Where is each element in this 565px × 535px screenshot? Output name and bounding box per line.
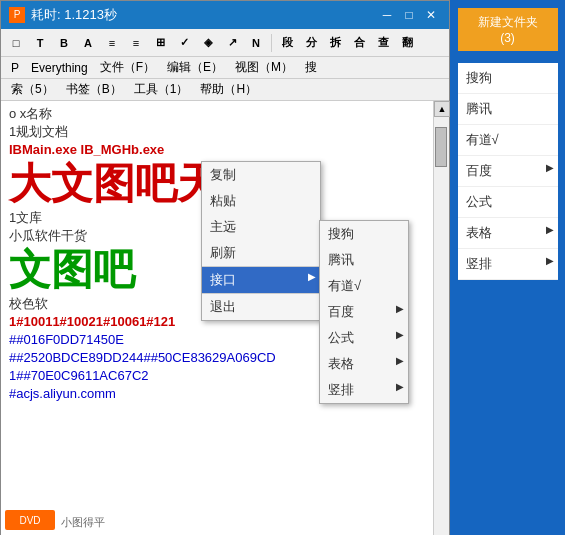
menu-everything[interactable]: Everything [25,59,94,77]
sub-vertical-arrow: ▶ [396,381,404,392]
title-controls: ─ □ ✕ [377,5,441,25]
right-table-arrow: ▶ [546,224,554,235]
toolbar-square[interactable]: □ [5,32,27,54]
menu-p[interactable]: P [5,59,25,77]
right-folder-button[interactable]: 新建文件夹(3) [458,8,558,51]
toolbar-fen[interactable]: 分 [300,32,322,54]
sub-baidu[interactable]: 百度▶ [320,299,408,325]
menu-bar-2: 索（5） 书签（B） 工具（1） 帮助（H） [1,79,449,101]
menu-bookmark[interactable]: 书签（B） [60,79,128,100]
sub-table-arrow: ▶ [396,355,404,366]
toolbar-t[interactable]: T [29,32,51,54]
ctx-interface[interactable]: 接口▶ [202,266,320,293]
right-baidu[interactable]: 百度▶ [458,156,558,187]
right-menu-items: 搜狗 腾讯 有道√ 百度▶ 公式 表格▶ 竖排▶ [458,63,558,280]
menu-index[interactable]: 索（5） [5,79,60,100]
close-button[interactable]: ✕ [421,5,441,25]
ctx-remote[interactable]: 主远 [202,214,320,240]
sub-formula[interactable]: 公式▶ [320,325,408,351]
menu-search[interactable]: 搜 [299,57,323,78]
menu-edit[interactable]: 编辑（E） [161,57,229,78]
sub-youdao[interactable]: 有道√ [320,273,408,299]
sub-formula-arrow: ▶ [396,329,404,340]
toolbar: □ T B A ≡ ≡ ⊞ ✓ ◈ ↗ N 段 分 拆 合 查 翻 [1,29,449,57]
right-formula[interactable]: 公式 [458,187,558,218]
minimize-button[interactable]: ─ [377,5,397,25]
toolbar-duan[interactable]: 段 [276,32,298,54]
toolbar-fan[interactable]: 翻 [396,32,418,54]
submenu-arrow: ▶ [308,271,316,282]
toolbar-align-left[interactable]: ≡ [101,32,123,54]
toolbar-check[interactable]: ✓ [173,32,195,54]
toolbar-target[interactable]: ◈ [197,32,219,54]
right-baidu-arrow: ▶ [546,162,554,173]
toolbar-cha[interactable]: 查 [372,32,394,54]
menu-file[interactable]: 文件（F） [94,57,161,78]
sub-vertical[interactable]: 竖排▶ [320,377,408,403]
toolbar-align-center[interactable]: ≡ [125,32,147,54]
scrollbar[interactable]: ▲ ▼ [433,101,449,535]
right-table[interactable]: 表格▶ [458,218,558,249]
right-youdao[interactable]: 有道√ [458,125,558,156]
dvd-icon: DVD [5,510,55,530]
right-panel: 新建文件夹(3) 搜狗 腾讯 有道√ 百度▶ 公式 表格▶ 竖排▶ [450,0,565,535]
toolbar-grid[interactable]: ⊞ [149,32,171,54]
right-sougou[interactable]: 搜狗 [458,63,558,94]
sub-tencent[interactable]: 腾讯 [320,247,408,273]
line-3: IBMain.exe IB_MGHb.exe [9,141,425,159]
right-vertical-arrow: ▶ [546,255,554,266]
toolbar-n[interactable]: N [245,32,267,54]
scroll-thumb[interactable] [435,127,447,167]
scroll-track [434,117,449,535]
menu-bar-1: P Everything 文件（F） 编辑（E） 视图（M） 搜 [1,57,449,79]
sub-table[interactable]: 表格▶ [320,351,408,377]
ctx-refresh[interactable]: 刷新 [202,240,320,266]
toolbar-he[interactable]: 合 [348,32,370,54]
ctx-exit[interactable]: 退出 [202,293,320,320]
right-tencent[interactable]: 腾讯 [458,94,558,125]
menu-tools[interactable]: 工具（1） [128,79,195,100]
maximize-button[interactable]: □ [399,5,419,25]
toolbar-bold[interactable]: B [53,32,75,54]
right-vertical[interactable]: 竖排▶ [458,249,558,280]
scroll-up-button[interactable]: ▲ [434,101,450,117]
line-1: o x名称 [9,105,425,123]
line-2: 1规划文档 [9,123,425,141]
title-bar: P 耗时: 1.1213秒 ─ □ ✕ [1,1,449,29]
menu-help[interactable]: 帮助（H） [194,79,263,100]
bottom-status: 小图得平 [61,515,105,530]
submenu: 搜狗 腾讯 有道√ 百度▶ 公式▶ 表格▶ 竖排▶ [319,220,409,404]
title-text: 耗时: 1.1213秒 [31,6,117,24]
sub-sougou[interactable]: 搜狗 [320,221,408,247]
toolbar-a[interactable]: A [77,32,99,54]
toolbar-sep1 [271,34,272,52]
toolbar-arrow[interactable]: ↗ [221,32,243,54]
context-menu: 复制 粘贴 主远 刷新 接口▶ 退出 [201,161,321,321]
sub-baidu-arrow: ▶ [396,303,404,314]
ctx-paste[interactable]: 粘贴 [202,188,320,214]
title-bar-left: P 耗时: 1.1213秒 [9,6,117,24]
ctx-copy[interactable]: 复制 [202,162,320,188]
toolbar-chai[interactable]: 拆 [324,32,346,54]
app-icon: P [9,7,25,23]
menu-view[interactable]: 视图（M） [229,57,299,78]
